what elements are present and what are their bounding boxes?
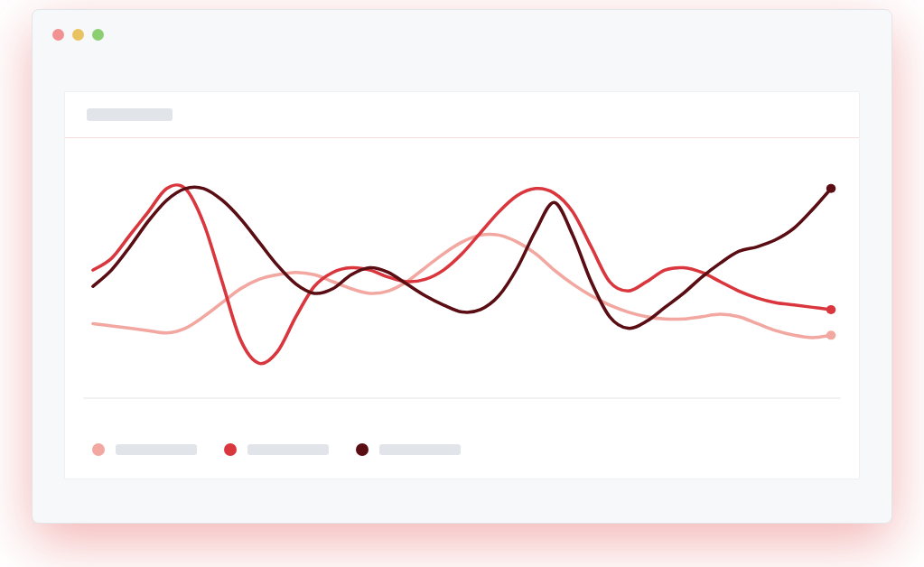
legend-swatch-icon: [92, 443, 105, 456]
series-end-marker-series_b: [826, 305, 835, 314]
browser-window: [32, 9, 892, 524]
chart-title-placeholder: [87, 108, 173, 121]
card-header: [65, 92, 859, 138]
legend-label-placeholder: [379, 444, 461, 455]
chart-area: [65, 138, 859, 425]
zoom-icon[interactable]: [92, 29, 104, 41]
series-line-series_b: [93, 185, 831, 364]
series-line-series_a: [93, 234, 831, 337]
legend-item-series_b[interactable]: [224, 443, 329, 456]
chart-legend: [65, 425, 859, 479]
series-line-series_c: [93, 187, 831, 329]
line-chart: [74, 156, 850, 416]
minimize-icon[interactable]: [72, 29, 84, 41]
legend-swatch-icon: [356, 443, 369, 456]
series-end-marker-series_a: [826, 330, 835, 339]
legend-label-placeholder: [247, 444, 329, 455]
chart-card: [64, 91, 860, 479]
close-icon[interactable]: [52, 29, 64, 41]
legend-item-series_c[interactable]: [356, 443, 461, 456]
series-end-marker-series_c: [826, 184, 835, 193]
legend-item-series_a[interactable]: [92, 443, 197, 456]
legend-label-placeholder: [116, 444, 197, 455]
legend-swatch-icon: [224, 443, 237, 456]
window-titlebar: [33, 10, 891, 60]
